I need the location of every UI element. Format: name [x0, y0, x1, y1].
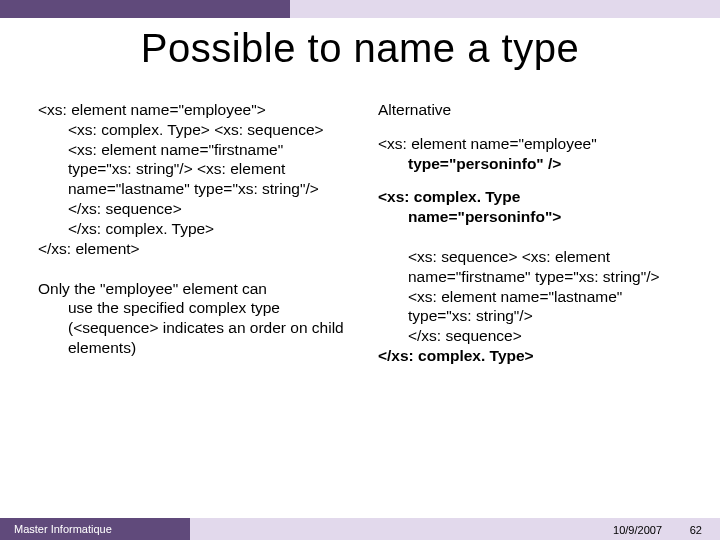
- topbar-accent-light: [290, 0, 720, 18]
- footer-bar: Master Informatique 10/9/2007 62: [0, 510, 720, 540]
- code-line: </xs: element>: [38, 240, 140, 257]
- page-number: 62: [690, 524, 702, 536]
- code-line: </xs: complex. Type>: [38, 219, 350, 239]
- code-line: </xs: sequence>: [38, 199, 350, 219]
- footer-accent-dark: Master Informatique: [0, 518, 190, 540]
- code-block-right-1: <xs: element name="employee" type="perso…: [378, 134, 690, 174]
- left-column: <xs: element name="employee"> <xs: compl…: [38, 100, 350, 480]
- alt-label: Alternative: [378, 100, 690, 120]
- code-line-bold: <xs: complex. Type: [378, 188, 520, 205]
- code-line: <xs: element name="employee">: [38, 101, 266, 118]
- footer-date: 10/9/2007: [613, 524, 662, 536]
- code-line: <xs: complex. Type> <xs: sequence> <xs: …: [38, 120, 350, 199]
- code-line: <xs: element name="employee": [378, 135, 597, 152]
- code-line: <xs: sequence> <xs: element name="firstn…: [378, 247, 690, 326]
- content-columns: <xs: element name="employee"> <xs: compl…: [38, 100, 690, 480]
- topbar-accent-dark: [0, 0, 290, 18]
- code-block-right-2: <xs: complex. Type name="personinfo"> <x…: [378, 187, 690, 365]
- code-block-left: <xs: element name="employee"> <xs: compl…: [38, 100, 350, 259]
- code-line-bold: </xs: complex. Type>: [378, 347, 534, 364]
- note-line: Only the "employee" element can: [38, 280, 267, 297]
- code-line-bold: name="personinfo">: [378, 207, 690, 227]
- note-line: use the specified complex type (<sequenc…: [38, 298, 350, 357]
- footer-label: Master Informatique: [14, 523, 112, 535]
- code-line: </xs: sequence>: [378, 326, 690, 346]
- note-text: Only the "employee" element can use the …: [38, 279, 350, 358]
- right-column: Alternative <xs: element name="employee"…: [378, 100, 690, 480]
- page-title: Possible to name a type: [0, 26, 720, 71]
- slide: Possible to name a type <xs: element nam…: [0, 0, 720, 540]
- code-line-bold: type="personinfo" />: [378, 154, 690, 174]
